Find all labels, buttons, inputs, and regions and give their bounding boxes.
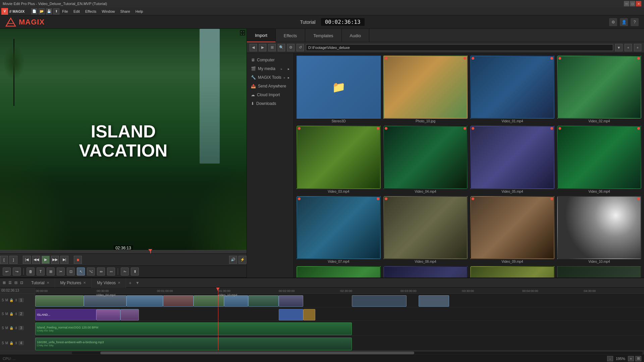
tab-pictures-close[interactable]: ✕ bbox=[83, 281, 86, 285]
track-4-s[interactable]: S bbox=[1, 341, 4, 345]
clip-v-1-3[interactable] bbox=[126, 295, 163, 307]
clip-v-1-6[interactable] bbox=[224, 295, 249, 307]
track-4-m[interactable]: M bbox=[5, 341, 8, 345]
media-item-v14[interactable] bbox=[557, 266, 641, 278]
effects-toggle[interactable]: ⚡ bbox=[238, 256, 247, 264]
clip-audio-2[interactable]: 160280_unfa_forest-ambient-with-a-birdso… bbox=[35, 338, 352, 350]
tab-import[interactable]: Import bbox=[247, 29, 276, 42]
clip-icon[interactable]: ⊡ bbox=[20, 281, 23, 285]
media-item-v05[interactable]: Video_05.mp4 bbox=[470, 126, 554, 193]
mark-in-button[interactable]: [ bbox=[0, 256, 8, 264]
clip-title-island[interactable]: ISLAND... bbox=[35, 309, 96, 320]
timeline-tab-pictures[interactable]: My Pictures ✕ bbox=[55, 278, 92, 288]
redo-button[interactable]: ↪ bbox=[13, 267, 21, 276]
timeline-scroll-track[interactable] bbox=[72, 352, 643, 354]
track-3-content[interactable]: Island_Feeling_normal.mxcOGG 120.00 BPM … bbox=[35, 321, 644, 335]
tab-tutorial-close[interactable]: ✕ bbox=[47, 281, 49, 285]
timeline-tab-menu-button[interactable]: ▼ bbox=[136, 281, 140, 285]
timeline-tab-tutorial[interactable]: Tutorial ✕ bbox=[26, 278, 55, 288]
track-2-content[interactable]: ISLAND... bbox=[35, 307, 644, 321]
track-2-m[interactable]: M bbox=[5, 312, 8, 316]
path-dropdown-button[interactable]: ▼ bbox=[615, 44, 623, 51]
share-menu[interactable]: Share bbox=[118, 9, 133, 14]
media-item-v02[interactable]: Video_02.mp4 bbox=[557, 56, 641, 123]
razor-tool[interactable]: ⌥ bbox=[87, 267, 95, 276]
help-menu[interactable]: Help bbox=[133, 9, 146, 14]
mark-out-button[interactable]: ] bbox=[9, 256, 17, 264]
track-1-arrows[interactable]: ⇕ bbox=[14, 298, 18, 302]
add-folder-button[interactable]: + bbox=[634, 44, 641, 51]
new-file-icon[interactable]: 📄 bbox=[31, 8, 37, 14]
media-item-stereo3d[interactable]: 📁 Stereo3D bbox=[297, 56, 381, 123]
media-item-v13[interactable] bbox=[470, 266, 554, 278]
record-button[interactable]: ⏺ bbox=[74, 256, 82, 264]
nav-computer[interactable]: 🖥 Computer bbox=[247, 56, 293, 64]
track-2-s[interactable]: S bbox=[1, 312, 4, 316]
maximize-button[interactable]: □ bbox=[630, 1, 635, 6]
timeline-tab-videos[interactable]: My Videos ✕ bbox=[92, 278, 126, 288]
multiview-icon[interactable]: ⊟ bbox=[14, 281, 17, 285]
clip-2-2[interactable] bbox=[96, 309, 121, 320]
clip-v-1-1[interactable] bbox=[35, 295, 84, 307]
edit-menu[interactable]: Edit bbox=[71, 9, 83, 14]
media-item-v08[interactable]: Video_08.mp4 bbox=[383, 196, 468, 263]
tab-templates[interactable]: Templates bbox=[305, 29, 341, 42]
fit-timeline-button[interactable]: ⊞ bbox=[635, 356, 641, 361]
track-4-content[interactable]: 160280_unfa_forest-ambient-with-a-birdso… bbox=[35, 336, 644, 350]
help-icon[interactable]: ? bbox=[631, 18, 639, 26]
file-menu[interactable]: File bbox=[59, 9, 71, 14]
add-timeline-button[interactable]: + bbox=[126, 280, 134, 286]
track-4-arrows[interactable]: ⇕ bbox=[14, 341, 18, 345]
track-3-m[interactable]: M bbox=[5, 326, 8, 330]
clip-2-3[interactable] bbox=[120, 309, 139, 320]
clip-audio-1[interactable]: Island_Feeling_normal.mxcOGG 120.00 BPM … bbox=[35, 322, 352, 335]
settings-icon[interactable]: ⚙ bbox=[609, 18, 617, 26]
undo-button[interactable]: ↩ bbox=[3, 267, 11, 276]
cut-button[interactable]: ✁ bbox=[121, 267, 129, 276]
media-item-v12[interactable]: Video_12.mp4 bbox=[383, 266, 468, 278]
track-1-m[interactable]: M bbox=[5, 298, 8, 302]
track-4-lock[interactable]: 🔒 bbox=[9, 341, 14, 345]
clip-2-color1[interactable] bbox=[279, 309, 303, 320]
go-to-start-button[interactable]: |◀ bbox=[23, 256, 31, 264]
nav-back-button[interactable]: ◀ bbox=[250, 44, 257, 51]
nav-send-anywhere[interactable]: 📤 Send Anywhere bbox=[247, 82, 293, 90]
open-file-icon[interactable]: 📂 bbox=[39, 8, 45, 14]
clip-v-1-2[interactable] bbox=[84, 295, 126, 307]
next-frame-button[interactable]: ▶▶ bbox=[51, 256, 59, 264]
path-input[interactable] bbox=[306, 44, 613, 51]
zoom-in-button[interactable]: + bbox=[625, 44, 632, 51]
export-button[interactable]: ⬆ bbox=[131, 267, 139, 276]
media-item-v10[interactable]: Video_10.mp4 bbox=[557, 196, 641, 263]
timeline-scroll-thumb[interactable] bbox=[100, 352, 414, 354]
media-item-v07[interactable]: Video_07.mp4 bbox=[297, 196, 381, 263]
nav-my-media[interactable]: 🎬 My media ▸ bbox=[247, 64, 293, 73]
prev-frame-button[interactable]: ◀◀ bbox=[32, 256, 40, 264]
refresh-button[interactable]: ↺ bbox=[297, 44, 304, 51]
track-3-arrows[interactable]: ⇕ bbox=[14, 326, 18, 330]
nav-downloads[interactable]: ⬇ Downloads bbox=[247, 99, 293, 108]
track-3-s[interactable]: S bbox=[1, 326, 4, 330]
track-1-s[interactable]: S bbox=[1, 298, 4, 302]
nav-magix-tools[interactable]: 🔧 MAGIX Tools ▸ bbox=[247, 73, 293, 82]
track-3-lock[interactable]: 🔒 bbox=[9, 326, 14, 330]
zoom-in-button[interactable]: + bbox=[628, 356, 634, 361]
export-icon[interactable]: ⬆ bbox=[53, 8, 59, 14]
ripple-tool[interactable]: ⇔ bbox=[97, 267, 105, 276]
group-button[interactable]: ⊡ bbox=[67, 267, 75, 276]
track-1-content[interactable]: Video_04.mp4 Video_10.mp4 bbox=[35, 294, 644, 307]
timeline-icon[interactable]: ☰ bbox=[8, 281, 12, 285]
media-item-v04[interactable]: Video_04.mp4 bbox=[383, 126, 468, 193]
view-toggle-button[interactable]: ⊞ bbox=[268, 44, 276, 51]
go-to-end-button[interactable]: ▶| bbox=[60, 256, 68, 264]
tab-audio[interactable]: Audio bbox=[342, 29, 369, 42]
clip-2-color2[interactable] bbox=[303, 309, 315, 320]
zoom-out-button[interactable]: - bbox=[607, 356, 613, 361]
clip-v-1-7[interactable] bbox=[248, 295, 279, 307]
delete-button[interactable]: 🗑 bbox=[26, 267, 35, 276]
media-item-v03[interactable]: Video_03.mp4 bbox=[297, 126, 381, 193]
window-menu[interactable]: Window bbox=[99, 9, 117, 14]
storyboard-button[interactable]: ⊞ bbox=[47, 267, 55, 276]
volume-icon[interactable]: 🔊 bbox=[229, 256, 237, 264]
tab-effects[interactable]: Effects bbox=[276, 29, 306, 42]
